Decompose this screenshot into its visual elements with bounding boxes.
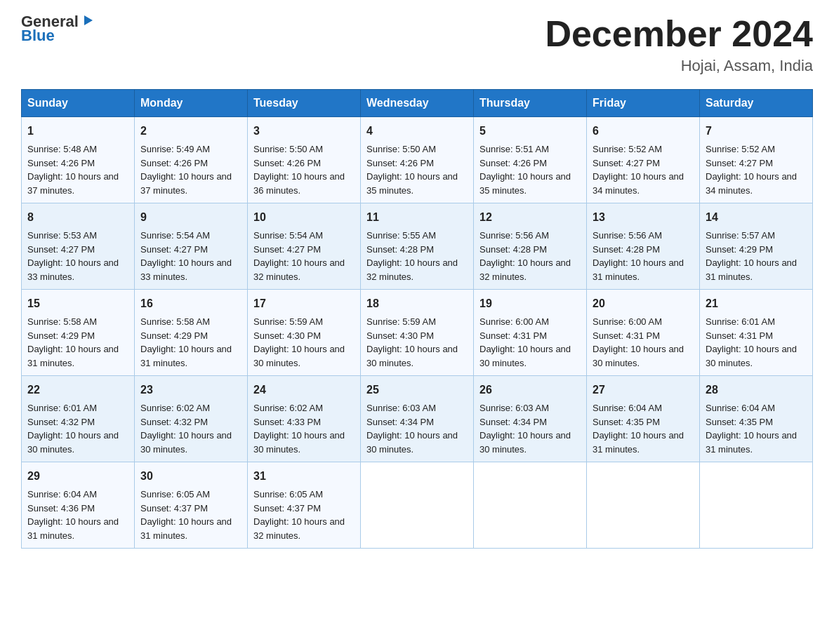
calendar-cell: 10 Sunrise: 5:54 AMSunset: 4:27 PMDaylig… [248, 203, 361, 290]
calendar-cell [361, 462, 474, 549]
calendar-header: Sunday Monday Tuesday Wednesday Thursday… [22, 90, 813, 117]
header-monday: Monday [135, 90, 248, 117]
header-saturday: Saturday [700, 90, 813, 117]
calendar-cell: 4 Sunrise: 5:50 AMSunset: 4:26 PMDayligh… [361, 117, 474, 203]
day-number: 14 [706, 209, 807, 226]
day-info: Sunrise: 5:58 AMSunset: 4:29 PMDaylight:… [140, 316, 232, 368]
calendar-cell: 29 Sunrise: 6:04 AMSunset: 4:36 PMDaylig… [22, 462, 135, 549]
calendar-cell: 8 Sunrise: 5:53 AMSunset: 4:27 PMDayligh… [22, 203, 135, 290]
calendar-cell: 23 Sunrise: 6:02 AMSunset: 4:32 PMDaylig… [135, 376, 248, 462]
calendar-week-row: 15 Sunrise: 5:58 AMSunset: 4:29 PMDaylig… [22, 290, 813, 376]
location-title: Hojai, Assam, India [545, 57, 813, 75]
day-number: 4 [366, 123, 468, 140]
day-info: Sunrise: 5:51 AMSunset: 4:26 PMDaylight:… [479, 144, 571, 196]
day-number: 28 [706, 382, 807, 398]
day-number: 23 [140, 382, 241, 398]
day-info: Sunrise: 6:04 AMSunset: 4:36 PMDaylight:… [27, 489, 119, 541]
calendar-cell: 25 Sunrise: 6:03 AMSunset: 4:34 PMDaylig… [361, 376, 474, 462]
calendar-cell: 14 Sunrise: 5:57 AMSunset: 4:29 PMDaylig… [700, 203, 813, 290]
day-info: Sunrise: 5:50 AMSunset: 4:26 PMDaylight:… [253, 144, 345, 196]
header-wednesday: Wednesday [361, 90, 474, 117]
day-info: Sunrise: 5:54 AMSunset: 4:27 PMDaylight:… [253, 230, 345, 282]
page-header: General Blue December 2024 Hojai, Assam,… [21, 14, 813, 75]
day-number: 16 [140, 295, 241, 312]
day-number: 5 [479, 123, 581, 140]
day-number: 8 [27, 209, 128, 226]
calendar-week-row: 29 Sunrise: 6:04 AMSunset: 4:36 PMDaylig… [22, 462, 813, 549]
calendar-cell: 31 Sunrise: 6:05 AMSunset: 4:37 PMDaylig… [248, 462, 361, 549]
calendar-cell: 1 Sunrise: 5:48 AMSunset: 4:26 PMDayligh… [22, 117, 135, 203]
day-number: 15 [27, 295, 128, 312]
day-info: Sunrise: 5:48 AMSunset: 4:26 PMDaylight:… [27, 144, 119, 196]
day-info: Sunrise: 5:55 AMSunset: 4:28 PMDaylight:… [366, 230, 458, 282]
day-number: 22 [27, 382, 128, 398]
calendar-cell: 24 Sunrise: 6:02 AMSunset: 4:33 PMDaylig… [248, 376, 361, 462]
day-number: 26 [479, 382, 581, 398]
day-number: 30 [140, 468, 241, 485]
day-number: 29 [27, 468, 128, 485]
day-number: 12 [479, 209, 581, 226]
title-area: December 2024 Hojai, Assam, India [545, 14, 813, 75]
day-info: Sunrise: 6:03 AMSunset: 4:34 PMDaylight:… [479, 403, 571, 455]
day-info: Sunrise: 5:54 AMSunset: 4:27 PMDaylight:… [140, 230, 232, 282]
calendar-week-row: 22 Sunrise: 6:01 AMSunset: 4:32 PMDaylig… [22, 376, 813, 462]
day-number: 10 [253, 209, 355, 226]
day-info: Sunrise: 6:02 AMSunset: 4:33 PMDaylight:… [253, 403, 345, 455]
day-number: 2 [140, 123, 241, 140]
day-number: 21 [706, 295, 807, 312]
day-number: 24 [253, 382, 355, 398]
weekday-header-row: Sunday Monday Tuesday Wednesday Thursday… [22, 90, 813, 117]
day-number: 9 [140, 209, 241, 226]
day-info: Sunrise: 6:01 AMSunset: 4:31 PMDaylight:… [706, 316, 797, 368]
calendar-cell: 21 Sunrise: 6:01 AMSunset: 4:31 PMDaylig… [700, 290, 813, 376]
calendar-cell: 11 Sunrise: 5:55 AMSunset: 4:28 PMDaylig… [361, 203, 474, 290]
day-info: Sunrise: 5:58 AMSunset: 4:29 PMDaylight:… [27, 316, 119, 368]
calendar-cell: 27 Sunrise: 6:04 AMSunset: 4:35 PMDaylig… [587, 376, 700, 462]
day-info: Sunrise: 5:56 AMSunset: 4:28 PMDaylight:… [593, 230, 684, 282]
calendar-cell [474, 462, 587, 549]
calendar-cell: 26 Sunrise: 6:03 AMSunset: 4:34 PMDaylig… [474, 376, 587, 462]
day-info: Sunrise: 6:05 AMSunset: 4:37 PMDaylight:… [253, 489, 345, 541]
day-number: 18 [366, 295, 468, 312]
calendar-cell: 16 Sunrise: 5:58 AMSunset: 4:29 PMDaylig… [135, 290, 248, 376]
calendar-cell: 7 Sunrise: 5:52 AMSunset: 4:27 PMDayligh… [700, 117, 813, 203]
calendar-week-row: 8 Sunrise: 5:53 AMSunset: 4:27 PMDayligh… [22, 203, 813, 290]
day-info: Sunrise: 5:53 AMSunset: 4:27 PMDaylight:… [27, 230, 119, 282]
day-info: Sunrise: 6:00 AMSunset: 4:31 PMDaylight:… [593, 316, 684, 368]
day-info: Sunrise: 6:05 AMSunset: 4:37 PMDaylight:… [140, 489, 232, 541]
calendar-cell: 20 Sunrise: 6:00 AMSunset: 4:31 PMDaylig… [587, 290, 700, 376]
day-info: Sunrise: 6:01 AMSunset: 4:32 PMDaylight:… [27, 403, 119, 455]
calendar-cell: 22 Sunrise: 6:01 AMSunset: 4:32 PMDaylig… [22, 376, 135, 462]
day-info: Sunrise: 5:52 AMSunset: 4:27 PMDaylight:… [593, 144, 684, 196]
calendar-cell: 3 Sunrise: 5:50 AMSunset: 4:26 PMDayligh… [248, 117, 361, 203]
day-number: 3 [253, 123, 355, 140]
svg-marker-0 [84, 15, 93, 25]
day-info: Sunrise: 6:02 AMSunset: 4:32 PMDaylight:… [140, 403, 232, 455]
calendar-cell: 13 Sunrise: 5:56 AMSunset: 4:28 PMDaylig… [587, 203, 700, 290]
calendar-cell: 30 Sunrise: 6:05 AMSunset: 4:37 PMDaylig… [135, 462, 248, 549]
calendar-table: Sunday Monday Tuesday Wednesday Thursday… [21, 89, 813, 549]
header-tuesday: Tuesday [248, 90, 361, 117]
day-info: Sunrise: 5:52 AMSunset: 4:27 PMDaylight:… [706, 144, 797, 196]
header-friday: Friday [587, 90, 700, 117]
calendar-cell: 19 Sunrise: 6:00 AMSunset: 4:31 PMDaylig… [474, 290, 587, 376]
calendar-cell: 5 Sunrise: 5:51 AMSunset: 4:26 PMDayligh… [474, 117, 587, 203]
day-number: 19 [479, 295, 581, 312]
day-info: Sunrise: 5:59 AMSunset: 4:30 PMDaylight:… [253, 316, 345, 368]
calendar-cell [700, 462, 813, 549]
day-info: Sunrise: 5:57 AMSunset: 4:29 PMDaylight:… [706, 230, 797, 282]
logo: General Blue [21, 14, 95, 45]
day-number: 27 [593, 382, 694, 398]
day-info: Sunrise: 6:04 AMSunset: 4:35 PMDaylight:… [593, 403, 684, 455]
day-number: 7 [706, 123, 807, 140]
day-info: Sunrise: 5:50 AMSunset: 4:26 PMDaylight:… [366, 144, 458, 196]
day-number: 31 [253, 468, 355, 485]
logo-arrow-icon [80, 13, 95, 28]
header-sunday: Sunday [22, 90, 135, 117]
day-info: Sunrise: 5:56 AMSunset: 4:28 PMDaylight:… [479, 230, 571, 282]
header-thursday: Thursday [474, 90, 587, 117]
calendar-cell: 15 Sunrise: 5:58 AMSunset: 4:29 PMDaylig… [22, 290, 135, 376]
calendar-cell: 28 Sunrise: 6:04 AMSunset: 4:35 PMDaylig… [700, 376, 813, 462]
day-info: Sunrise: 5:59 AMSunset: 4:30 PMDaylight:… [366, 316, 458, 368]
logo-blue: Blue [21, 27, 55, 45]
